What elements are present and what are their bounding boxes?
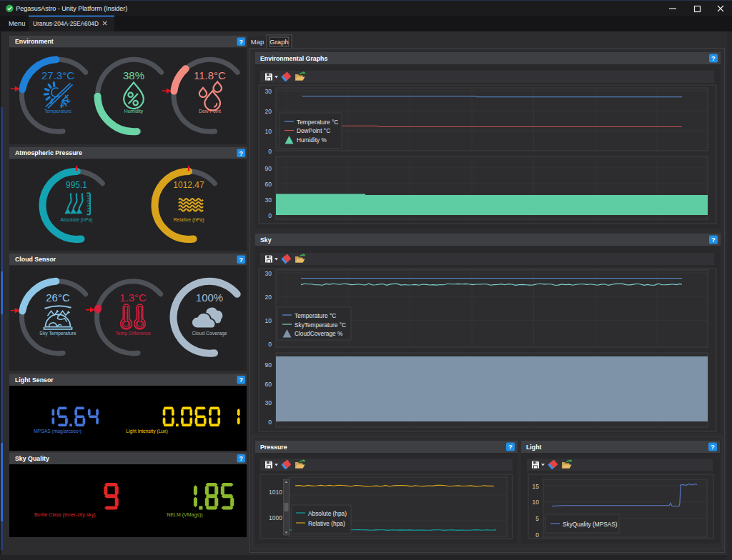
svg-text:11.8°C: 11.8°C [194,69,226,81]
svg-text:?: ? [239,455,244,462]
svg-text:Bortle Class (Inner-city sky): Bortle Class (Inner-city sky) [34,512,96,518]
svg-text:Humidity: Humidity [124,109,144,114]
svg-text:?: ? [711,443,715,451]
svg-text:60: 60 [265,181,272,188]
svg-text:20: 20 [265,294,272,301]
svg-text:Cloud Sensor: Cloud Sensor [15,256,56,263]
svg-text:10: 10 [265,128,272,135]
svg-text:30: 30 [265,270,272,277]
svg-text:DewPoint °C: DewPoint °C [297,127,330,134]
svg-text:Sky Quality: Sky Quality [15,455,49,462]
svg-text:995.1: 995.1 [66,180,87,190]
svg-text:Temp Difference: Temp Difference [115,331,151,336]
svg-text:30: 30 [265,88,272,95]
svg-text:90: 90 [265,361,272,369]
svg-text:Graph: Graph [269,38,288,46]
svg-text:Temperature °C: Temperature °C [295,312,336,319]
svg-text:26°C: 26°C [46,291,70,304]
svg-text:?: ? [711,236,716,244]
svg-text:100%: 100% [196,291,223,304]
svg-text:CloudCoverage %: CloudCoverage % [295,330,343,337]
svg-text:?: ? [711,54,716,62]
svg-text:MPSAS (mag/arcsec²): MPSAS (mag/arcsec²) [34,429,81,434]
svg-text:NELM (VMags)): NELM (VMags)) [167,512,202,518]
svg-text:38%: 38% [123,69,144,81]
svg-text:10: 10 [533,499,540,506]
svg-text:Light: Light [526,444,542,451]
svg-text:SkyQuality (MPSAS): SkyQuality (MPSAS) [563,521,618,528]
svg-text:Uranus-204A-25EA604D: Uranus-204A-25EA604D [33,20,99,27]
svg-text:60: 60 [265,381,272,388]
svg-text:Map: Map [251,38,264,46]
svg-text:Temperature °C: Temperature °C [297,119,338,126]
svg-text:0: 0 [268,148,272,155]
svg-text:Pressure: Pressure [260,444,287,451]
svg-text:?: ? [239,376,244,384]
svg-text:Sky Temperature: Sky Temperature [39,331,76,336]
svg-text:30: 30 [265,196,272,204]
svg-text:1010: 1010 [269,489,282,496]
svg-text:Sky: Sky [260,236,272,244]
svg-text:Relative (hpa): Relative (hpa) [308,520,345,527]
svg-text:30: 30 [265,399,272,406]
svg-text:1000: 1000 [269,514,282,521]
svg-text:0: 0 [535,531,539,539]
svg-text:?: ? [239,39,244,46]
svg-text:Absolute (hPa): Absolute (hPa) [61,217,93,223]
svg-text:SkyTemperature °C: SkyTemperature °C [295,321,346,329]
svg-text:20: 20 [265,108,272,115]
svg-text:0: 0 [268,341,272,348]
svg-text:10: 10 [265,317,272,324]
svg-text:Relative (hPa): Relative (hPa) [173,217,204,223]
svg-text:?: ? [508,443,513,451]
svg-text:Absolute (hpa): Absolute (hpa) [308,510,347,517]
svg-text:Light Intensity (Lux): Light Intensity (Lux) [126,429,167,434]
svg-text:15: 15 [533,483,540,490]
svg-text:0: 0 [268,212,272,219]
svg-text:Humidity %: Humidity % [297,136,327,144]
svg-text:1.3°C: 1.3°C [119,291,147,304]
svg-text:Environment: Environment [15,38,54,45]
svg-text:Cloud Coverage: Cloud Coverage [192,331,227,336]
svg-text:?: ? [239,256,244,264]
svg-text:0: 0 [268,419,272,426]
svg-text:Temperature: Temperature [44,109,71,114]
svg-text:Menu: Menu [9,20,25,27]
svg-text:Atmospheric Pressure: Atmospheric Pressure [15,149,82,156]
svg-text:Environmental Graphs: Environmental Graphs [260,55,327,62]
svg-text:1012.47: 1012.47 [173,180,204,190]
svg-text:Light Sensor: Light Sensor [15,376,54,384]
svg-text:PegasusAstro - Unity Platform: PegasusAstro - Unity Platform (Insider) [16,5,127,12]
svg-text:27.3°C: 27.3°C [41,69,74,81]
svg-text:90: 90 [265,165,272,172]
svg-text:5: 5 [535,515,539,522]
svg-text:?: ? [239,150,244,157]
